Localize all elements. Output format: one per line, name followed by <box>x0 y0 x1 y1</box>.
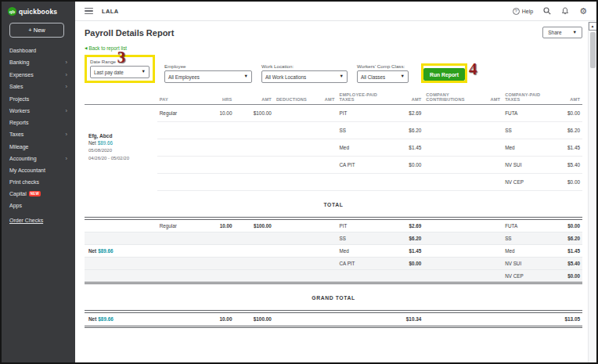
brand-name: quickbooks <box>19 8 57 16</box>
table-row: NV CEP $0.00 <box>85 269 582 282</box>
table-header-row: PAY HRS AMT DEDUCTIONS AMT EMPLOYEE-PAID… <box>85 91 582 105</box>
gear-icon[interactable]: ⚙ <box>579 7 587 16</box>
sidebar-item-expenses[interactable]: Expenses› <box>2 69 75 81</box>
col-amt: AMT <box>313 91 337 105</box>
app-window: qb quickbooks + New Dashboard Banking› E… <box>0 0 598 364</box>
sidebar-item-dashboard[interactable]: Dashboard <box>2 45 75 56</box>
grand-total-net-pay: Net$89.66 <box>85 312 157 326</box>
sidebar-item-print-checks[interactable]: Print checks <box>2 176 75 188</box>
total-table: Regular 10.00 $100.00 PIT $2.69 FUTA $0.… <box>85 219 582 283</box>
table-row: Net$89.66 10.00 $100.00 $10.34 $13 <box>85 312 582 326</box>
caret-down-icon: ▼ <box>142 70 146 74</box>
annotation-step-3: 3 <box>117 49 126 66</box>
grand-total-table: Net$89.66 10.00 $100.00 $10.34 $13 <box>85 312 582 326</box>
col-amt: AMT <box>476 91 503 105</box>
back-arrow-icon: ◀ <box>85 46 87 50</box>
help-icon: ? <box>513 8 520 15</box>
table-row: Med $1.45 Med $1.45 <box>85 139 582 157</box>
work-location-filter: Work Location: All Work Locations ▼ <box>261 63 348 83</box>
total-net-pay: Net$89.66 <box>85 244 157 257</box>
topbar: LALA ? Help ⚙ <box>75 2 596 21</box>
chevron-right-icon: › <box>66 156 68 162</box>
caret-down-icon: ▼ <box>244 74 248 79</box>
col-amt: AMT <box>234 91 273 105</box>
table-row: NV CEP $0.00 <box>85 174 582 191</box>
chevron-right-icon: › <box>66 72 68 78</box>
search-icon[interactable] <box>543 7 551 15</box>
main-area: LALA ? Help ⚙ Payroll Details Report Sha… <box>75 2 596 362</box>
net-pay-link[interactable]: $89.66 <box>98 316 113 322</box>
sidebar-item-accounting[interactable]: Accounting› <box>2 153 75 165</box>
sidebar-item-order-checks[interactable]: Order Checks <box>2 214 75 226</box>
employee-select[interactable]: All Employees ▼ <box>164 70 252 83</box>
sidebar-item-apps[interactable]: Apps <box>2 200 75 211</box>
topbar-actions: ? Help ⚙ <box>513 7 587 16</box>
date-range-select[interactable]: Last pay date ▼ <box>90 66 150 78</box>
table-row: SS $6.20 SS $6.20 <box>85 122 582 139</box>
workers-comp-class-select[interactable]: All Classes ▼ <box>357 70 409 83</box>
col-amt: AMT <box>387 91 423 105</box>
report-filters: 3 Date Range Last pay date ▼ Employee Al… <box>85 55 582 83</box>
col-company-paid-taxes: COMPANY-PAID TAXES <box>503 91 546 105</box>
payroll-detail-table: PAY HRS AMT DEDUCTIONS AMT EMPLOYEE-PAID… <box>85 91 582 191</box>
page-title: Payroll Details Report <box>85 28 174 38</box>
workers-comp-class-label: Workers' Comp Class: <box>357 63 409 69</box>
employee-net-pay: Net$89.66 <box>88 140 155 146</box>
page-header: Payroll Details Report Share ▼ <box>85 27 582 38</box>
sidebar-item-workers[interactable]: Workers› <box>2 105 75 117</box>
scrollbar: ▲ <box>588 22 596 362</box>
run-report-highlight: 4 Run Report <box>421 63 467 84</box>
col-amt: AMT <box>547 91 582 105</box>
report-page: Payroll Details Report Share ▼ ◀ Back to… <box>75 21 596 362</box>
chevron-right-icon: › <box>66 108 68 114</box>
work-location-label: Work Location: <box>261 63 348 69</box>
total-label: TOTAL <box>85 202 582 207</box>
pay-date: 05/08/2020 <box>88 147 155 154</box>
new-badge: NEW <box>29 191 41 196</box>
sidebar-item-taxes[interactable]: Taxes› <box>2 128 75 141</box>
notifications-bell-icon[interactable] <box>561 7 569 15</box>
sidebar-item-mileage[interactable]: Mileage <box>2 141 75 153</box>
table-row: SS $6.20 SS $6.20 <box>85 232 582 244</box>
chevron-right-icon: › <box>66 84 68 90</box>
col-employee-paid-taxes: EMPLOYEE-PAID TAXES <box>337 91 388 105</box>
pay-period: 04/26/20 - 05/02/20 <box>88 155 155 162</box>
help-button[interactable]: ? Help <box>513 8 533 15</box>
sidebar-item-reports[interactable]: Reports <box>2 117 75 128</box>
caret-down-icon: ▼ <box>573 31 577 35</box>
net-pay-link[interactable]: $89.66 <box>98 248 113 254</box>
hamburger-menu-icon[interactable] <box>85 8 93 15</box>
sidebar-item-banking[interactable]: Banking› <box>2 56 75 69</box>
table-row: Regular 10.00 $100.00 PIT $2.69 FUTA $0.… <box>85 219 582 232</box>
share-button[interactable]: Share ▼ <box>542 27 582 38</box>
workers-comp-class-filter: Workers' Comp Class: All Classes ▼ <box>357 63 409 83</box>
caret-down-icon: ▼ <box>340 74 344 79</box>
sidebar-item-my-accountant[interactable]: My Accountant <box>2 164 75 176</box>
sidebar-item-capital[interactable]: Capital NEW <box>2 188 75 200</box>
table-row: Net$89.66 Med $1.45 Med $1.45 <box>85 244 582 257</box>
employee-label: Employee <box>164 63 252 69</box>
col-deductions: DEDUCTIONS <box>274 91 313 105</box>
chevron-right-icon: › <box>66 132 68 138</box>
work-location-select[interactable]: All Work Locations ▼ <box>261 70 348 83</box>
company-name: LALA <box>102 8 119 15</box>
scrollbar-up-arrow[interactable]: ▲ <box>589 22 597 31</box>
sidebar-nav: Dashboard Banking› Expenses› Sales› Proj… <box>2 45 75 226</box>
run-report-button[interactable]: Run Report <box>423 68 465 81</box>
employee-info: Efg, Abcd Net$89.66 05/08/2020 04/26/20 … <box>85 105 157 191</box>
col-pay: PAY <box>157 91 203 105</box>
sidebar-item-sales[interactable]: Sales› <box>2 81 75 93</box>
sidebar-item-projects[interactable]: Projects <box>2 93 75 105</box>
quickbooks-logo-icon: qb <box>8 7 16 16</box>
date-range-highlight: 3 Date Range Last pay date ▼ <box>85 55 155 83</box>
grand-total-section: Net$89.66 10.00 $100.00 $10.34 $13 <box>85 310 582 328</box>
employee-name: Efg, Abcd <box>88 133 155 139</box>
annotation-step-4: 4 <box>469 61 477 77</box>
new-button[interactable]: + New <box>9 23 64 38</box>
net-pay-link[interactable]: $89.66 <box>98 140 113 146</box>
table-row: CA PIT $0.00 NV SUI $5.40 <box>85 257 582 269</box>
payroll-report: PAY HRS AMT DEDUCTIONS AMT EMPLOYEE-PAID… <box>85 91 582 348</box>
table-row: Efg, Abcd Net$89.66 05/08/2020 04/26/20 … <box>85 105 582 122</box>
scrollbar-thumb[interactable] <box>590 32 596 68</box>
total-section: Regular 10.00 $100.00 PIT $2.69 FUTA $0.… <box>85 217 582 284</box>
